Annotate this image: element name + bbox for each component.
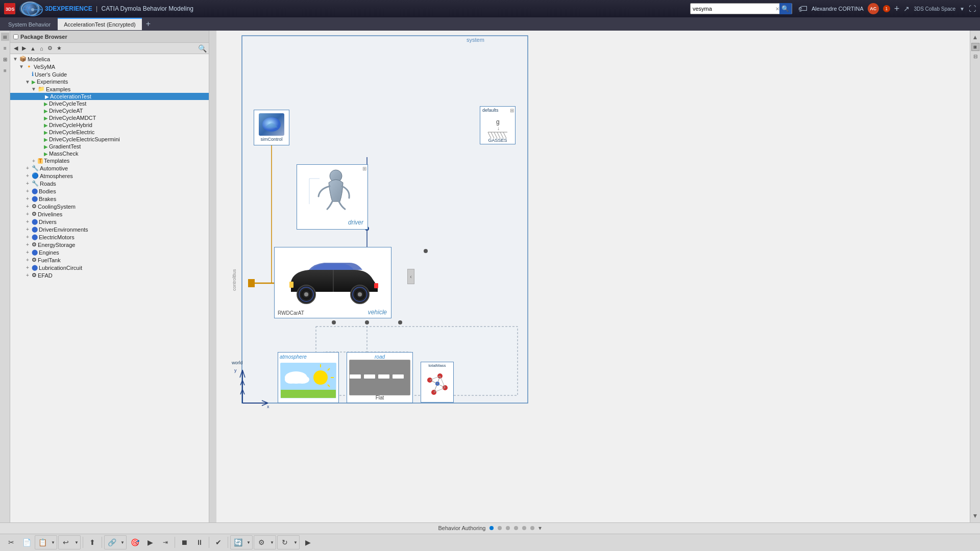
- more-button[interactable]: ▶: [301, 536, 315, 549]
- behavior-chevron[interactable]: ▾: [538, 524, 542, 532]
- nav-home-button[interactable]: ⌂: [38, 45, 45, 52]
- expand-automotive[interactable]: +: [24, 165, 31, 171]
- expand-lubricationcircuit[interactable]: +: [24, 265, 31, 270]
- undo-dropdown[interactable]: ▼: [73, 536, 80, 549]
- nav-filter-button[interactable]: ⚙: [46, 44, 54, 52]
- nav-up-button[interactable]: ▲: [29, 45, 37, 52]
- tree-item-electricmotors[interactable]: + ⬤ ElectricMotors: [10, 233, 209, 241]
- anim-button[interactable]: 🔄: [231, 536, 245, 549]
- canvas-area[interactable]: system: [216, 31, 970, 522]
- upload-button[interactable]: ⬆: [85, 536, 100, 549]
- left-icon-3[interactable]: ⊞: [1, 55, 9, 63]
- undo-button[interactable]: ↩: [59, 536, 73, 549]
- dot-6[interactable]: [530, 526, 534, 530]
- tab-acceleration-test[interactable]: AccelerationTest (Encrypted): [58, 18, 142, 30]
- tree-item-drivecycleelectricsupermini[interactable]: ▶ DriveCycleElectricSupermini: [10, 136, 209, 143]
- expand-driverenvironments[interactable]: +: [24, 227, 31, 232]
- tree-item-drivecycleat[interactable]: ▶ DriveCycleAT: [10, 107, 209, 114]
- tree-item-drivecycletest[interactable]: ▶ DriveCycleTest: [10, 100, 209, 107]
- tree-item-drivecyclehybrid[interactable]: ▶ DriveCycleHybrid: [10, 121, 209, 129]
- dot-3[interactable]: [506, 526, 510, 530]
- left-icon-2[interactable]: ≡: [1, 44, 9, 52]
- expand-vesyma[interactable]: ▼: [18, 64, 24, 69]
- vehicle-component[interactable]: RWDCarAT vehicle: [274, 247, 391, 318]
- cycle-dropdown[interactable]: ▼: [292, 536, 299, 549]
- expand-templates[interactable]: +: [31, 158, 37, 164]
- search-clear-button[interactable]: ✕: [775, 6, 779, 12]
- tree-item-experiments[interactable]: ▼ ▶ Experiments: [10, 78, 209, 85]
- tree-item-masscheck[interactable]: ▶ MassCheck: [10, 150, 209, 157]
- dot-5[interactable]: [522, 526, 526, 530]
- check-button[interactable]: ✔: [211, 536, 226, 549]
- fullscreen-button[interactable]: ⛶: [969, 5, 976, 13]
- pkg-checkbox[interactable]: [13, 34, 18, 39]
- anim-dropdown[interactable]: ▼: [245, 536, 252, 549]
- tree-item-examples[interactable]: ▼ 📁 Examples: [10, 85, 209, 93]
- right-panel-icon-1[interactable]: ⊞: [971, 43, 979, 51]
- search-input[interactable]: [691, 5, 775, 13]
- expand-atmospheres[interactable]: +: [24, 173, 31, 179]
- scroll-up-button[interactable]: ▲: [971, 33, 979, 42]
- expand-fueltank[interactable]: +: [24, 257, 31, 263]
- tree-item-drivecycleamdct[interactable]: ▶ DriveCycleAMDCT: [10, 114, 209, 121]
- expand-roads[interactable]: +: [24, 181, 31, 186]
- expand-coolingsystem[interactable]: +: [24, 204, 31, 209]
- world-component[interactable]: world y x: [232, 360, 273, 411]
- tree-item-modelica[interactable]: ▼ 📦 Modelica: [10, 55, 209, 63]
- share-button[interactable]: ↗: [903, 5, 910, 13]
- expand-modelica[interactable]: ▼: [12, 56, 18, 62]
- copy-button[interactable]: 📄: [19, 536, 34, 549]
- paste-dropdown[interactable]: ▼: [50, 536, 57, 549]
- tree-item-coolingsystem[interactable]: + ⚙ CoolingSystem: [10, 203, 209, 210]
- dot-1[interactable]: [489, 526, 494, 530]
- tree-item-vesyma[interactable]: ▼ 🔸 VeSyMA: [10, 63, 209, 70]
- nav-star-button[interactable]: ★: [55, 44, 63, 52]
- tree-item-lubricationcircuit[interactable]: + ⬤ LubricationCircuit: [10, 264, 209, 271]
- tab-system-behavior[interactable]: System Behavior: [2, 18, 57, 30]
- tree-item-engines[interactable]: + ⬤ Engines: [10, 248, 209, 256]
- tree-item-efad[interactable]: + ⚙ EFAD: [10, 271, 209, 279]
- target-button[interactable]: 🎯: [128, 536, 142, 549]
- tree-item-fueltank[interactable]: + ⚙ FuelTank: [10, 256, 209, 264]
- tree-item-drivelines[interactable]: + ⚙ Drivelines: [10, 210, 209, 218]
- road-component[interactable]: road Flat: [347, 352, 413, 403]
- simcontrol-component[interactable]: simControl: [254, 110, 289, 145]
- expand-examples[interactable]: ▼: [31, 86, 37, 92]
- cut-button[interactable]: ✂: [4, 536, 18, 549]
- expand-experiments[interactable]: ▼: [24, 79, 31, 85]
- expand-engines[interactable]: +: [24, 249, 31, 255]
- add-tab-button[interactable]: +: [143, 19, 154, 29]
- tree-item-brakes[interactable]: + ⬤ Brakes: [10, 195, 209, 203]
- stop-button[interactable]: ⏹: [177, 536, 191, 549]
- defaults-component[interactable]: defaults ⊞ g ↓ GASSES: [480, 106, 516, 144]
- settings-dropdown[interactable]: ▼: [268, 536, 276, 549]
- tree-item-energystorage[interactable]: + ⚙ EnergyStorage: [10, 241, 209, 248]
- tree-item-accelerationtest[interactable]: ▶ AccelerationTest: [10, 93, 209, 100]
- atmosphere-component[interactable]: atmosphere: [278, 352, 339, 403]
- dot-2[interactable]: [498, 526, 502, 530]
- expand-bodies[interactable]: +: [24, 188, 31, 194]
- tree-item-bodies[interactable]: + ⬤ Bodies: [10, 187, 209, 195]
- dot-4[interactable]: [514, 526, 518, 530]
- totalmass-component[interactable]: totalMass: [421, 362, 454, 403]
- expand-brakes[interactable]: +: [24, 196, 31, 202]
- expand-drivelines[interactable]: +: [24, 211, 31, 217]
- connect-dropdown[interactable]: ▼: [119, 536, 126, 549]
- cycle-button[interactable]: ↻: [278, 536, 292, 549]
- nav-prev-button[interactable]: ◀: [12, 44, 19, 52]
- expand-efad[interactable]: +: [24, 272, 31, 278]
- expand-energystorage[interactable]: +: [24, 242, 31, 247]
- tree-item-driverenvironments[interactable]: + ⬤ DriverEnvironments: [10, 226, 209, 233]
- right-panel-icon-2[interactable]: ⊟: [971, 52, 979, 60]
- nav-next-button[interactable]: ▶: [20, 44, 28, 52]
- left-icon-1[interactable]: ▤: [1, 33, 9, 41]
- pause-button[interactable]: ⏸: [192, 536, 207, 549]
- tree-item-roads[interactable]: + 🔧 Roads: [10, 180, 209, 187]
- sidebar-search-icon[interactable]: 🔍: [198, 44, 207, 53]
- tree-item-gradienttest[interactable]: ▶ GradientTest: [10, 143, 209, 150]
- connect-button[interactable]: 🔗: [105, 536, 119, 549]
- add-button[interactable]: +: [894, 4, 900, 14]
- step-button[interactable]: ⇥: [158, 536, 173, 549]
- driver-component[interactable]: ⊞: [297, 164, 368, 230]
- settings-button[interactable]: ⚙: [254, 536, 268, 549]
